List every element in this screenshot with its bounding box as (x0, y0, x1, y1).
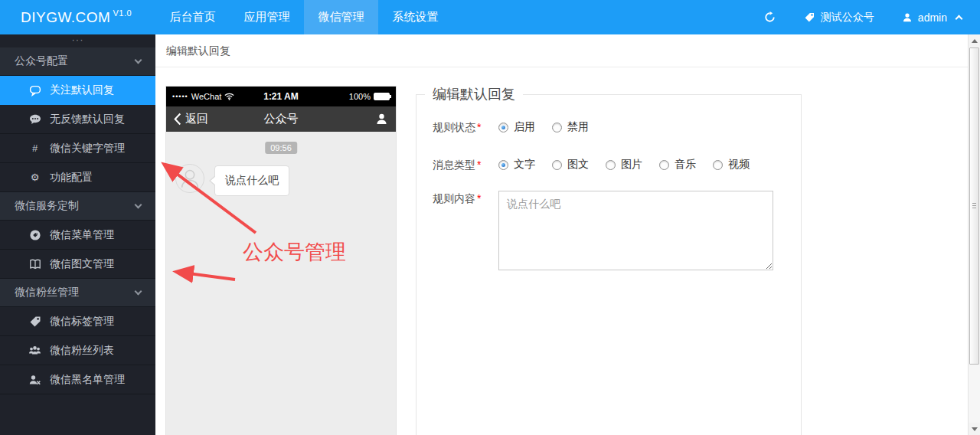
radio-text[interactable]: 文字 (498, 158, 535, 172)
sidebar: ··· 公众号配置 关注默认回复 无反馈默认回复 # 微信关键字管理 ⚙ 功能配… (0, 34, 155, 435)
tag-icon (28, 316, 41, 328)
logo[interactable]: DIYGW.COM V1.0 (0, 0, 155, 34)
sidebar-item-no-feedback-reply[interactable]: 无反馈默认回复 (0, 105, 155, 134)
radio-label: 禁用 (567, 120, 589, 134)
sidebar-group-service-custom[interactable]: 微信服务定制 (0, 192, 155, 221)
book-open-icon (28, 258, 41, 270)
radio-enable[interactable]: 启用 (498, 120, 535, 134)
sidebar-item-fans-list[interactable]: 微信粉丝列表 (0, 336, 155, 365)
official-account-label: 测试公众号 (821, 11, 874, 25)
contact-person-icon (375, 113, 388, 126)
radio-label: 图文 (567, 158, 589, 172)
sidebar-item-keyword-manage[interactable]: # 微信关键字管理 (0, 134, 155, 163)
radio-image[interactable]: 图片 (606, 158, 642, 172)
required-mark: * (477, 121, 481, 133)
signal-dots-icon: ••••• (172, 93, 188, 100)
chevron-down-icon (135, 201, 142, 208)
radio-circle-icon[interactable] (552, 160, 562, 170)
nav-tab-home[interactable]: 后台首页 (155, 0, 230, 34)
radio-label: 启用 (514, 120, 535, 134)
phone-status-bar: ••••• WeChat 1:21 AM 100% (166, 87, 396, 106)
sidebar-item-follow-reply[interactable]: 关注默认回复 (0, 76, 155, 105)
sidebar-item-menu-manage[interactable]: 微信菜单管理 (0, 221, 155, 250)
sidebar-collapse-icon[interactable]: ··· (0, 34, 155, 47)
main-nav: 后台首页 应用管理 微信管理 系统设置 (155, 0, 452, 34)
nav-tab-label: 后台首页 (170, 10, 216, 25)
users-icon (28, 345, 41, 357)
sidebar-group-fans-manage[interactable]: 微信粉丝管理 (0, 279, 155, 307)
scroll-down-button[interactable] (969, 423, 980, 435)
required-mark: * (477, 192, 481, 204)
phone-time: 1:21 AM (250, 91, 312, 102)
field-label-text: 规则状态 (433, 121, 475, 133)
back-chevron-icon (174, 113, 181, 126)
rule-content-row: 规则内容* 说点什么吧 (433, 191, 782, 273)
rule-status-options: 启用 禁用 (498, 119, 589, 135)
rule-content-control: 说点什么吧 (498, 191, 773, 273)
sidebar-group-label: 微信粉丝管理 (15, 286, 79, 299)
nav-tab-wechat[interactable]: 微信管理 (304, 0, 378, 34)
radio-circle-icon[interactable] (498, 160, 508, 170)
chevron-down-icon (135, 287, 142, 295)
gear-icon: ⚙ (28, 172, 41, 183)
battery-percent: 100% (349, 92, 371, 101)
sidebar-item-label: 关注默认回复 (50, 83, 114, 97)
triangle-down-icon (972, 427, 978, 431)
sidebar-item-blacklist-manage[interactable]: 微信黑名单管理 (0, 365, 155, 394)
edit-reply-panel: 编辑默认回复 规则状态* 启用 禁用 (416, 94, 802, 435)
comment-dots-icon (28, 113, 41, 126)
rule-content-label: 规则内容* (433, 191, 498, 273)
sidebar-item-label: 功能配置 (50, 171, 93, 185)
scrollbar-thumb[interactable] (969, 47, 979, 365)
radio-video[interactable]: 视频 (713, 158, 750, 172)
phone-chat-area: 09:56 说点什么吧 (166, 132, 396, 435)
radio-circle-icon[interactable] (606, 160, 616, 170)
refresh-button[interactable] (764, 11, 776, 23)
official-account-button[interactable]: 测试公众号 (803, 11, 874, 25)
phone-back-label: 返回 (185, 112, 208, 126)
nav-tab-label: 微信管理 (318, 10, 364, 25)
sidebar-item-label: 微信粉丝列表 (50, 344, 114, 358)
triangle-up-icon (972, 39, 978, 43)
logo-text: DIYGW.COM (21, 9, 110, 26)
chat-timestamp: 09:56 (265, 142, 297, 154)
sidebar-item-tag-manage[interactable]: 微信标签管理 (0, 307, 155, 336)
radio-circle-icon[interactable] (713, 160, 723, 170)
battery-icon (374, 93, 390, 100)
phone-nav-bar: 公众号 返回 (166, 106, 396, 132)
sidebar-group-label: 微信服务定制 (15, 199, 79, 213)
panel-title: 编辑默认回复 (425, 85, 523, 103)
radio-circle-icon[interactable] (659, 160, 669, 170)
hash-icon: # (28, 142, 41, 154)
sidebar-item-label: 微信关键字管理 (50, 142, 125, 155)
rule-status-row: 规则状态* 启用 禁用 (433, 119, 782, 135)
content: ••••• WeChat 1:21 AM 100% 公众号 (155, 68, 980, 435)
scroll-up-button[interactable] (969, 34, 980, 47)
radio-circle-icon[interactable] (552, 123, 562, 132)
radio-disable[interactable]: 禁用 (552, 120, 589, 134)
nav-tab-label: 应用管理 (244, 10, 290, 25)
sidebar-group-account-config[interactable]: 公众号配置 (0, 47, 155, 76)
field-label-text: 消息类型 (433, 159, 475, 171)
required-mark: * (477, 159, 481, 171)
radio-label: 文字 (514, 158, 535, 172)
comment-icon (28, 84, 41, 96)
rule-status-label: 规则状态* (433, 119, 498, 135)
radio-circle-icon[interactable] (498, 123, 508, 132)
sidebar-item-label: 微信标签管理 (50, 315, 114, 329)
radio-label: 图片 (621, 158, 642, 172)
sidebar-item-article-manage[interactable]: 微信图文管理 (0, 250, 155, 279)
user-menu[interactable]: admin (902, 11, 962, 24)
tags-icon (803, 11, 815, 24)
nav-tab-apps[interactable]: 应用管理 (230, 0, 304, 34)
radio-article[interactable]: 图文 (552, 158, 589, 172)
sidebar-item-function-config[interactable]: ⚙ 功能配置 (0, 163, 155, 192)
vertical-scrollbar[interactable] (968, 34, 980, 435)
breadcrumb: 编辑默认回复 (155, 34, 980, 67)
radio-music[interactable]: 音乐 (659, 158, 696, 172)
radio-label: 音乐 (675, 158, 696, 172)
header-right: 测试公众号 admin (764, 0, 980, 34)
message-type-options: 文字 图文 图片 音乐 (498, 157, 750, 172)
nav-tab-system[interactable]: 系统设置 (378, 0, 452, 34)
rule-content-textarea[interactable]: 说点什么吧 (498, 191, 773, 270)
